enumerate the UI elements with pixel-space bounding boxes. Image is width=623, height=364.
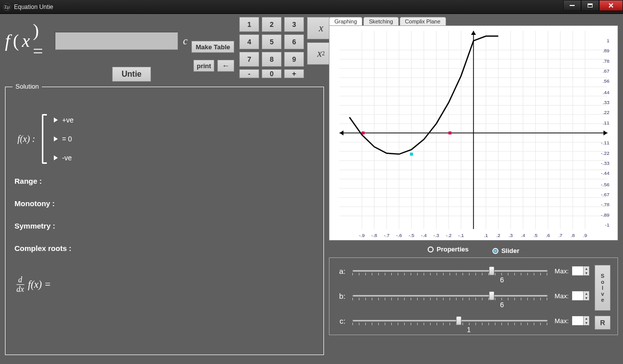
solution-panel: Solution f(x) : +ve = 0 -ve Range : Mono… [5,87,324,355]
reset-button[interactable]: R [595,316,611,330]
print-button[interactable]: print [193,60,214,72]
keypad-4[interactable]: 4 [239,34,259,49]
slider-c[interactable]: 1 [352,315,548,327]
make-table-button[interactable]: Make Table [191,41,234,53]
svg-text:.9: .9 [583,233,588,238]
svg-text:.78: .78 [603,58,610,64]
graph-area[interactable]: -.9-.8-.7-.6-.5-.4-.3-.2-.1.1.2.3.4.5.6.… [329,25,618,241]
svg-text:.22: .22 [603,110,610,115]
backspace-button[interactable]: ← [217,60,234,72]
fx-piecewise-label: f(x) : [17,134,35,144]
svg-text:.33: .33 [603,100,610,105]
svg-text:-1: -1 [605,222,610,228]
svg-text:.44: .44 [603,90,610,95]
arrow-right-icon [54,155,58,160]
keypad-minus[interactable]: - [239,69,259,78]
svg-text:.2: .2 [496,233,501,238]
untie-button[interactable]: Untie [112,67,151,82]
keypad-6[interactable]: 6 [284,34,304,49]
tab-graphing[interactable]: Graphing [329,17,362,25]
svg-text:-.8: -.8 [371,233,377,238]
svg-text:-.33: -.33 [601,160,610,166]
svg-text:.4: .4 [521,233,525,238]
svg-rect-43 [362,131,365,134]
svg-text:-.7: -.7 [384,233,390,238]
solve-button[interactable]: Solve [595,265,611,311]
svg-text:.7: .7 [558,233,563,238]
svg-marker-41 [339,130,343,135]
svg-text:1: 1 [607,38,610,43]
maximize-button[interactable] [581,0,599,11]
keypad-2[interactable]: 2 [262,17,282,32]
symmetry-label: Symmetry : [14,222,314,230]
svg-text:.3: .3 [509,233,513,238]
monotony-label: Monotony : [14,199,314,208]
svg-text:.56: .56 [603,78,610,84]
tab-sketching[interactable]: Sketching [363,17,398,25]
keypad-0[interactable]: 0 [262,69,282,78]
svg-text:-.3: -.3 [434,233,440,238]
close-button[interactable]: ✕ [599,0,623,11]
window-title: Equation Untie [14,3,53,10]
slider-radio[interactable]: Slider [492,247,519,254]
svg-text:-.11: -.11 [601,140,610,145]
svg-text:.67: .67 [603,68,610,74]
svg-marker-40 [604,130,608,135]
keypad-1[interactable]: 1 [239,17,259,32]
keypad-5[interactable]: 5 [262,34,282,49]
constant-c-label: c [183,35,187,47]
equation-input[interactable] [55,32,178,50]
svg-text:-.9: -.9 [359,233,365,238]
slider-a[interactable]: 6 [352,265,548,277]
window-titlebar: Σμ Equation Untie ✕ [0,0,623,14]
max-spinner-b[interactable]: 15▲▼ [572,291,590,301]
svg-text:.8: .8 [571,233,575,238]
max-spinner-c[interactable]: 15▲▼ [572,316,590,326]
svg-text:.11: .11 [603,120,610,125]
app-icon: Σμ [3,3,11,11]
tab-complix-plane[interactable]: Complix Plane [400,17,446,25]
svg-text:-.1: -.1 [458,233,464,238]
slider-b[interactable]: 6 [352,290,548,302]
properties-radio[interactable]: Properties [428,245,468,253]
keypad-9[interactable]: 9 [284,52,304,67]
svg-marker-42 [471,31,476,35]
svg-text:-.89: -.89 [601,212,610,218]
max-spinner-a[interactable]: 15▲▼ [572,266,590,276]
derivative-label: ddx f(x) = [14,275,314,294]
svg-text:-.67: -.67 [601,192,610,197]
arrow-right-icon [54,118,58,122]
svg-rect-44 [449,131,452,134]
svg-text:-.5: -.5 [409,233,415,238]
svg-text:.6: .6 [546,233,550,238]
range-label: Range : [14,177,314,185]
svg-text:-.44: -.44 [601,170,610,176]
svg-rect-45 [410,153,413,156]
arrow-right-icon [54,136,58,141]
svg-text:-.6: -.6 [396,233,402,238]
svg-text:.1: .1 [484,233,488,238]
keypad-plus[interactable]: + [284,69,304,78]
keypad-3[interactable]: 3 [284,17,304,32]
svg-text:-.4: -.4 [421,233,427,238]
svg-text:-.78: -.78 [601,202,610,207]
keypad-7[interactable]: 7 [239,52,259,67]
svg-text:.89: .89 [603,48,610,53]
svg-text:-.22: -.22 [601,150,610,156]
svg-text:-.56: -.56 [601,182,610,187]
keypad-8[interactable]: 8 [262,52,282,67]
solution-legend: Solution [12,83,42,90]
svg-text:.5: .5 [533,233,538,238]
svg-text:-.2: -.2 [446,233,452,238]
minimize-button[interactable] [563,0,581,11]
complex-roots-label: Complex roots : [14,244,314,252]
